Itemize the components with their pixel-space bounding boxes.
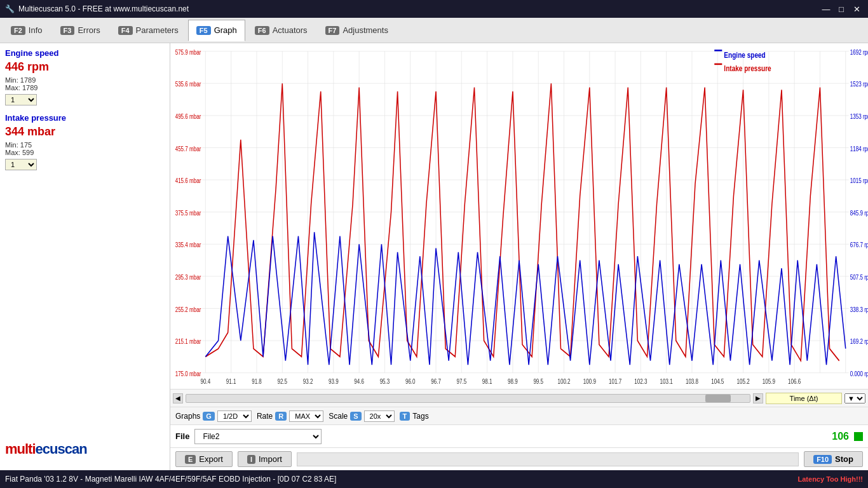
- svg-text:455.7 mbar: 455.7 mbar: [175, 146, 201, 152]
- import-label: Import: [259, 454, 282, 464]
- svg-text:507.5 rpm: 507.5 rpm: [850, 274, 868, 281]
- svg-text:495.6 mbar: 495.6 mbar: [175, 113, 201, 120]
- minimize-button[interactable]: —: [820, 3, 832, 15]
- status-indicator: [854, 432, 863, 441]
- svg-text:845.9 rpm: 845.9 rpm: [850, 210, 868, 217]
- svg-text:106.6: 106.6: [788, 379, 801, 386]
- tab-info[interactable]: F2 Info: [3, 20, 51, 41]
- tab-graph[interactable]: F5 Graph: [188, 20, 245, 41]
- bottom-controls: Graphs G 1/2D 1D 2D Rate R MAX 1s 2s Sca…: [170, 407, 868, 424]
- svg-text:97.5: 97.5: [457, 379, 467, 386]
- svg-text:175.0 mbar: 175.0 mbar: [175, 370, 201, 377]
- stop-button[interactable]: F10 Stop: [804, 451, 863, 467]
- svg-text:90.4: 90.4: [201, 379, 211, 386]
- svg-text:102.3: 102.3: [634, 379, 647, 386]
- import-key: I: [247, 455, 255, 464]
- tab-key-f2: F2: [11, 26, 25, 35]
- intake-pressure-value: 344 mbar: [5, 125, 165, 139]
- svg-text:91.8: 91.8: [252, 379, 262, 386]
- svg-text:100.2: 100.2: [557, 379, 570, 386]
- scrollbar-row: ◀ ▶ Time (Δt) ▼: [170, 389, 868, 407]
- svg-text:1692 rpm: 1692 rpm: [850, 49, 868, 56]
- tab-bar: F2 Info F3 Errors F4 Parameters F5 Graph…: [0, 18, 868, 43]
- tab-adjustments[interactable]: F7 Adjustments: [317, 20, 397, 41]
- intake-pressure-min: Min: 175: [5, 141, 165, 149]
- export-button[interactable]: E Export: [175, 451, 233, 467]
- graphs-select[interactable]: 1/2D 1D 2D: [217, 410, 252, 422]
- svg-text:105.9: 105.9: [763, 379, 775, 386]
- scale-select[interactable]: 20x 10x 5x: [364, 410, 395, 422]
- svg-text:96.7: 96.7: [431, 379, 441, 386]
- scroll-right-button[interactable]: ▶: [753, 393, 763, 403]
- svg-text:338.3 rpm: 338.3 rpm: [850, 306, 868, 313]
- scale-control: Scale S 20x 10x 5x: [329, 410, 394, 422]
- tab-key-f6: F6: [255, 26, 269, 35]
- rate-select[interactable]: MAX 1s 2s: [289, 410, 323, 422]
- svg-text:93.9: 93.9: [329, 379, 339, 386]
- file-number: 106: [832, 431, 849, 442]
- rate-label: Rate: [257, 412, 273, 421]
- status-bar: Fiat Panda '03 1.2 8V - Magneti Marelli …: [0, 470, 868, 488]
- app-logo: multiecuscan: [5, 441, 87, 458]
- svg-text:215.1 mbar: 215.1 mbar: [175, 338, 201, 345]
- file-select[interactable]: File2: [194, 429, 322, 444]
- svg-text:92.5: 92.5: [277, 379, 287, 386]
- stop-label: Stop: [835, 454, 853, 464]
- tab-parameters[interactable]: F4 Parameters: [110, 20, 187, 41]
- svg-text:93.2: 93.2: [303, 379, 313, 386]
- import-button[interactable]: I Import: [238, 451, 292, 467]
- tab-key-f3: F3: [60, 26, 75, 35]
- tags-key: T: [400, 412, 410, 421]
- svg-text:100.9: 100.9: [583, 379, 596, 386]
- chart-area: 575.9 mbar 535.6 mbar 495.6 mbar 455.7 m…: [170, 43, 868, 389]
- svg-text:1184 rpm: 1184 rpm: [850, 146, 868, 152]
- svg-text:295.3 mbar: 295.3 mbar: [175, 274, 201, 281]
- tab-key-f5: F5: [196, 26, 211, 35]
- tags-control: T Tags: [400, 412, 429, 421]
- tab-errors[interactable]: F3 Errors: [52, 20, 109, 41]
- scroll-left-button[interactable]: ◀: [173, 393, 183, 403]
- close-button[interactable]: ✕: [850, 3, 863, 15]
- tab-key-f7: F7: [325, 26, 340, 35]
- progress-bar: [297, 452, 799, 466]
- graphs-key: G: [203, 412, 215, 421]
- scrollbar-thumb[interactable]: [705, 395, 731, 402]
- tab-label-parameters: Parameters: [136, 25, 179, 35]
- svg-text:1353 rpm: 1353 rpm: [850, 113, 868, 120]
- tab-label-actuators: Actuators: [273, 25, 308, 35]
- svg-text:415.6 mbar: 415.6 mbar: [175, 177, 201, 184]
- svg-text:335.4 mbar: 335.4 mbar: [175, 241, 201, 248]
- file-row: File File2 106: [170, 424, 868, 447]
- tab-label-graph: Graph: [214, 25, 237, 35]
- action-row: E Export I Import F10 Stop: [170, 447, 868, 470]
- tab-label-info: Info: [29, 25, 43, 35]
- svg-text:103.8: 103.8: [686, 379, 698, 386]
- scrollbar-track[interactable]: [186, 394, 750, 403]
- rate-control: Rate R MAX 1s 2s: [257, 410, 323, 422]
- titlebar-left: 🔧 Multiecuscan 5.0 - FREE at www.multiec…: [5, 4, 189, 13]
- svg-text:94.6: 94.6: [354, 379, 364, 386]
- engine-speed-select[interactable]: 1: [5, 94, 37, 105]
- scale-label: Scale: [329, 412, 348, 421]
- tab-actuators[interactable]: F6 Actuators: [247, 20, 316, 41]
- intake-pressure-max: Max: 599: [5, 149, 165, 156]
- latency-warning: Latency Too High!!!: [798, 475, 863, 483]
- maximize-button[interactable]: □: [835, 3, 848, 15]
- svg-text:255.2 mbar: 255.2 mbar: [175, 306, 201, 313]
- svg-text:98.9: 98.9: [508, 379, 518, 386]
- app-icon: 🔧: [5, 4, 15, 13]
- tab-label-errors: Errors: [78, 25, 100, 35]
- intake-pressure-section: Intake pressure 344 mbar Min: 175 Max: 5…: [5, 113, 165, 170]
- svg-text:1015 rpm: 1015 rpm: [850, 177, 868, 184]
- svg-text:91.1: 91.1: [226, 379, 236, 386]
- file-label: File: [175, 431, 189, 441]
- svg-text:96.0: 96.0: [405, 379, 416, 386]
- time-dropdown[interactable]: ▼: [844, 393, 865, 403]
- svg-text:0.000 rpm: 0.000 rpm: [850, 370, 868, 377]
- intake-pressure-select[interactable]: 1: [5, 159, 37, 170]
- engine-speed-title: Engine speed: [5, 48, 165, 58]
- engine-speed-max: Max: 1789: [5, 84, 165, 92]
- svg-text:98.1: 98.1: [482, 379, 492, 386]
- rate-key: R: [275, 412, 287, 421]
- graphs-label: Graphs: [175, 412, 200, 421]
